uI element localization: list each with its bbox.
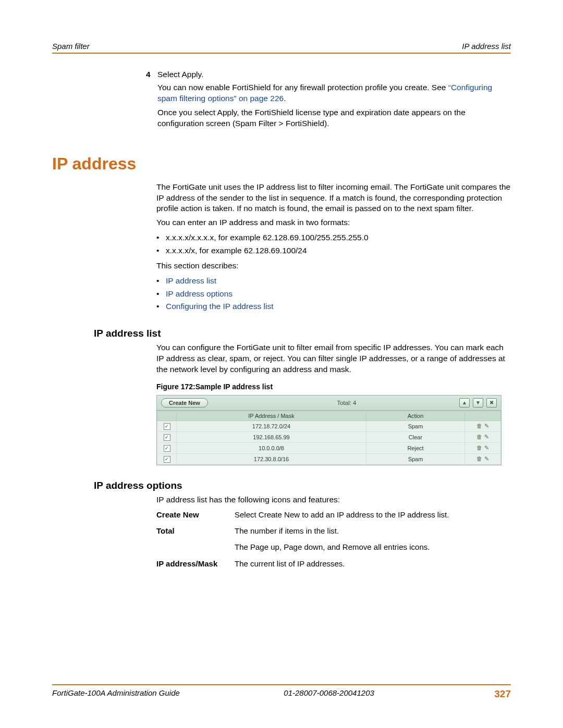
col-checkbox [157,411,177,421]
def-term: IP address/Mask [156,558,235,570]
def-desc: The Page up, Page down, and Remove all e… [235,541,511,553]
options-definition-list: Create New Select Create New to add an I… [156,509,511,570]
figure-caption: Figure 172:Sample IP address list [156,382,511,391]
row-checkbox[interactable]: ✓ [164,434,170,441]
col-icons [465,411,501,421]
def-desc: Select Create New to add an IP address t… [235,509,511,521]
subheading-ip-address-options: IP address options [94,480,511,491]
cell-ip: 192.168.65.99 [177,431,366,442]
row-checkbox[interactable]: ✓ [164,423,170,430]
running-header-right: IP address list [462,42,511,51]
subheading-ip-address-list: IP address list [94,328,511,339]
def-desc: The number if items in the list. [235,525,511,537]
header-rule [52,53,511,54]
ip-list-body: You can configure the FortiGate unit to … [156,342,511,375]
total-label: Total: 4 [234,400,459,406]
def-term [156,541,235,553]
link-configuring-ip-list[interactable]: Configuring the IP address list [166,302,274,311]
section-heading-ip-address: IP address [52,154,511,174]
page-up-icon[interactable]: ▲ [459,398,470,408]
list-item: x.x.x.x/x.x.x.x, for example 62.128.69.1… [156,231,511,244]
row-checkbox[interactable]: ✓ [164,445,170,452]
describes-lead: This section describes: [156,261,511,272]
remove-all-icon[interactable]: ✖ [486,398,497,408]
cell-ip: 10.0.0.0/8 [177,442,366,453]
step-text-1: Select Apply. [157,69,203,80]
cell-action: Spam [366,453,465,464]
create-new-button[interactable]: Create New [161,398,208,408]
running-header-left: Spam filter [52,42,90,51]
footer-rule [52,684,511,685]
ip-options-lead: IP address list has the following icons … [156,495,511,505]
row-checkbox[interactable]: ✓ [164,456,170,463]
col-action: Action [366,411,465,421]
def-desc: The current list of IP addresses. [235,558,511,570]
ip-list-screenshot: Create New Total: 4 ▲ ▼ ✖ IP Address / M… [156,395,501,465]
list-item: x.x.x.x/x, for example 62.128.69.100/24 [156,244,511,257]
edit-icon[interactable]: ✎ [484,434,489,440]
table-row: ✓ 172.30.8.0/16 Spam 🗑✎ [157,453,501,464]
cell-ip: 172.18.72.0/24 [177,421,366,431]
delete-icon[interactable]: 🗑 [476,423,482,429]
step-text-2b: . [284,94,286,103]
cell-ip: 172.30.8.0/16 [177,453,366,464]
cell-action: Reject [366,442,465,453]
link-ip-address-list[interactable]: IP address list [166,276,216,285]
table-row: ✓ 172.18.72.0/24 Spam 🗑✎ [157,421,501,431]
delete-icon[interactable]: 🗑 [476,434,482,440]
cell-action: Clear [366,431,465,442]
edit-icon[interactable]: ✎ [484,445,489,451]
step-number: 4 [146,69,157,80]
edit-icon[interactable]: ✎ [484,455,489,462]
step-text-3: Once you select Apply, the FortiShield l… [157,107,511,129]
edit-icon[interactable]: ✎ [484,423,489,429]
page-number: 327 [494,688,511,700]
cell-action: Spam [366,421,465,431]
ip-formats-list: x.x.x.x/x.x.x.x, for example 62.128.69.1… [156,231,511,257]
ip-intro: The FortiGate unit uses the IP address l… [156,182,511,215]
delete-icon[interactable]: 🗑 [476,445,482,451]
footer-mid: 01-28007-0068-20041203 [284,688,494,700]
table-row: ✓ 192.168.65.99 Clear 🗑✎ [157,431,501,442]
page-down-icon[interactable]: ▼ [473,398,483,408]
link-ip-address-options[interactable]: IP address options [166,289,232,298]
footer-left: FortiGate-100A Administration Guide [52,688,284,700]
col-ip-mask: IP Address / Mask [177,411,366,421]
delete-icon[interactable]: 🗑 [476,455,482,462]
def-term: Total [156,525,235,537]
describes-list: IP address list IP address options Confi… [156,275,511,313]
def-term: Create New [156,509,235,521]
table-row: ✓ 10.0.0.0/8 Reject 🗑✎ [157,442,501,453]
ip-formats-lead: You can enter an IP address and mask in … [156,217,511,228]
step-text-2a: You can now enable FortiShield for any f… [157,83,448,92]
